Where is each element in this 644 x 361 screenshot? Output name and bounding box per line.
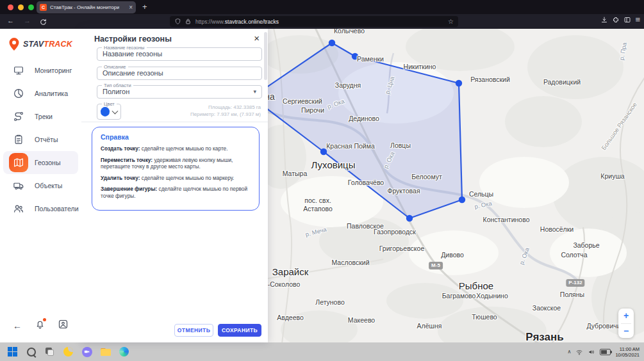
map-label: Баграмово xyxy=(442,292,476,300)
panel-scrollbar[interactable] xyxy=(264,32,267,80)
map-label: Авдеево xyxy=(277,314,304,321)
panel-divider xyxy=(81,122,268,122)
polygon-vertex[interactable] xyxy=(406,215,413,221)
shield-icon xyxy=(174,18,181,25)
sidebar-toggle-icon[interactable] xyxy=(623,16,631,24)
url-bar[interactable]: https://www.stavtrack.online/tracks ☆ xyxy=(170,16,458,27)
clock[interactable]: 11:00 AM 10/05/2021 xyxy=(615,346,640,358)
bookmark-star-icon[interactable]: ☆ xyxy=(448,18,454,25)
sidebar-item-objects[interactable]: Объекты xyxy=(3,174,78,197)
map-label: Белоомут xyxy=(411,173,442,180)
sidebar-item-label: Пользователи xyxy=(35,205,79,213)
extensions-puzzle-icon[interactable] xyxy=(612,16,620,24)
area-metric: Площадь: 432.3385 га xyxy=(190,104,261,111)
file-explorer-icon[interactable] xyxy=(100,346,111,357)
cancel-button[interactable]: ОТМЕНИТЬ xyxy=(174,324,213,337)
sidebar: STAVTRACK МониторингАналитикаТрекиОтчёты… xyxy=(0,29,81,342)
geozone-name-field[interactable]: Название геозоны Название геозоны xyxy=(97,47,262,61)
area-type-label: Тип области xyxy=(102,83,133,88)
task-view-icon[interactable] xyxy=(44,346,55,357)
users-icon xyxy=(9,199,28,218)
wifi-icon[interactable] xyxy=(575,348,583,356)
polygon-vertex[interactable] xyxy=(329,40,335,46)
polygon-vertex[interactable] xyxy=(456,80,462,86)
firefox-icon[interactable] xyxy=(63,346,74,357)
logo-text-track: TRACK xyxy=(44,40,72,49)
forward-button[interactable]: → xyxy=(24,17,31,24)
back-button[interactable]: ← xyxy=(7,17,14,24)
map-label: Никиткино xyxy=(404,63,436,70)
tab-title: СтавТрак - Онлайн мониторин xyxy=(50,4,119,10)
map-label: Астапово xyxy=(303,205,333,213)
window-controls[interactable] xyxy=(8,4,34,10)
edge-icon[interactable] xyxy=(119,346,129,357)
menu-hamburger-icon[interactable]: ≡ xyxy=(635,16,640,24)
date-text: 10/05/2021 xyxy=(615,352,640,358)
help-item: Удалить точку: сделайте щелчок мышью по … xyxy=(101,175,251,182)
zoom-out-button[interactable]: − xyxy=(618,324,634,339)
polygon-vertex[interactable] xyxy=(459,197,465,203)
sidebar-item-tracks[interactable]: Треки xyxy=(3,105,78,128)
tray-chevron-icon[interactable]: ∧ xyxy=(568,349,572,355)
zoom-in-button[interactable]: + xyxy=(618,309,634,323)
color-picker[interactable]: Цвет xyxy=(97,104,121,120)
help-title: Справка xyxy=(101,133,251,141)
sidebar-item-analytics[interactable]: Аналитика xyxy=(3,82,78,105)
logo-pin-icon xyxy=(6,36,22,52)
reload-button[interactable] xyxy=(39,17,47,26)
app-content: STAVTRACK МониторингАналитикаТрекиОтчёты… xyxy=(0,29,644,342)
save-button[interactable]: СОХРАНИТЬ xyxy=(218,324,261,337)
url-text[interactable]: https://www.stavtrack.online/tracks xyxy=(195,19,279,25)
map-label: Алёшня xyxy=(417,322,442,330)
help-items: Создать точку: сделайте щелчок мышью по … xyxy=(101,145,251,200)
notification-dot xyxy=(43,318,46,321)
map-label: Дивово xyxy=(441,251,464,259)
map-label: Дединово xyxy=(349,115,379,122)
maximize-window-button[interactable] xyxy=(28,4,34,10)
map-label: Головачёво xyxy=(348,179,384,186)
browser-toolbar: ← → https://www.stavtrack.online/tracks … xyxy=(0,14,644,29)
perimeter-metric: Периметр: 7.937 км, (7.937 м) xyxy=(190,111,261,118)
map-label: Рыбное xyxy=(459,280,493,291)
sidebar-item-geozones[interactable]: Геозоны xyxy=(3,151,78,174)
tab-close-icon[interactable]: × xyxy=(129,4,133,11)
description-field[interactable]: Описание Описание геозоны xyxy=(97,67,262,80)
map-label: Константиново xyxy=(483,216,530,223)
download-icon[interactable] xyxy=(600,16,608,24)
minimize-window-button[interactable] xyxy=(18,4,24,10)
map-zoom-control[interactable]: + − xyxy=(618,309,634,338)
sidebar-item-users[interactable]: Пользователи xyxy=(3,197,78,220)
panel-title: Настройки геозоны xyxy=(94,35,172,44)
close-window-button[interactable] xyxy=(8,4,13,10)
chevron-down-icon xyxy=(112,108,119,114)
map[interactable]: КолычёвоРаменкиНикиткиноРязановскийРадов… xyxy=(268,29,644,342)
pie-chart-icon xyxy=(9,84,28,103)
help-item: Завершение фигуры: сделайте щелчок мышью… xyxy=(101,186,251,199)
notifications-bell-icon[interactable] xyxy=(35,319,45,332)
video-app-icon[interactable] xyxy=(81,346,92,357)
map-icon xyxy=(9,153,28,172)
sidebar-nav: МониторингАналитикаТрекиОтчётыГеозоныОбъ… xyxy=(0,59,81,220)
map-label: Тюшево xyxy=(472,313,497,321)
road-badge: М-5 xyxy=(429,262,443,269)
sidebar-item-monitoring[interactable]: Мониторинг xyxy=(3,59,78,82)
stavtrack-logo[interactable]: STAVTRACK xyxy=(6,36,72,52)
battery-icon[interactable] xyxy=(600,349,611,355)
map-label: Рязановский xyxy=(470,76,510,83)
map-label: Заокское xyxy=(533,304,561,312)
map-label: Макеево xyxy=(348,316,375,324)
clipboard-icon xyxy=(9,130,28,149)
profile-icon[interactable] xyxy=(58,319,69,332)
browser-tab[interactable]: С СтавТрак - Онлайн мониторин × xyxy=(37,1,136,13)
area-type-select[interactable]: Тип области Полигон ▾ xyxy=(97,85,262,99)
new-tab-button[interactable]: + xyxy=(142,2,147,12)
taskbar-search-icon[interactable] xyxy=(26,346,37,357)
collapse-sidebar-icon[interactable]: ← xyxy=(13,321,22,331)
sidebar-item-reports[interactable]: Отчёты xyxy=(3,128,78,151)
sidebar-item-label: Треки xyxy=(35,113,53,120)
volume-icon[interactable] xyxy=(588,348,595,356)
start-button[interactable] xyxy=(7,346,18,357)
color-swatch[interactable] xyxy=(101,107,110,116)
map-label: Луховицы xyxy=(311,159,356,170)
close-panel-icon[interactable]: × xyxy=(254,33,260,44)
